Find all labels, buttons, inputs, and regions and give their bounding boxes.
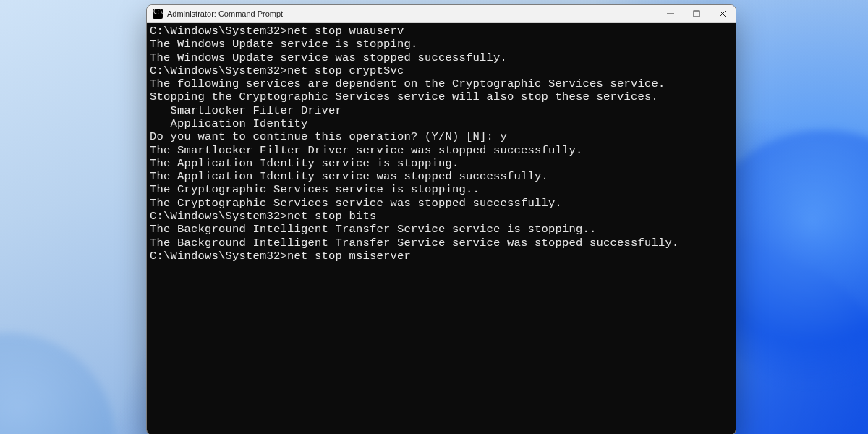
terminal-line: The Windows Update service was stopped s… <box>150 51 733 64</box>
terminal-line: The Background Intelligent Transfer Serv… <box>150 223 733 236</box>
terminal-line: The following services are dependent on … <box>150 77 733 90</box>
terminal-line: The Application Identity service was sto… <box>150 170 733 183</box>
terminal-line: Smartlocker Filter Driver <box>150 104 733 117</box>
terminal-line: C:\Windows\System32>net stop wuauserv <box>150 25 733 38</box>
terminal-line: The Smartlocker Filter Driver service wa… <box>150 144 733 157</box>
terminal-output[interactable]: C:\Windows\System32>net stop wuauservThe… <box>147 23 736 434</box>
terminal-line: The Application Identity service is stop… <box>150 157 733 170</box>
terminal-line: The Windows Update service is stopping. <box>150 38 733 51</box>
desktop-wallpaper: Administrator: Command Prompt C:\Windows… <box>0 0 868 434</box>
terminal-line: C:\Windows\System32>net stop cryptSvc <box>150 64 733 77</box>
terminal-line: The Cryptographic Services service was s… <box>150 197 733 210</box>
terminal-line: C:\Windows\System32>net stop bits <box>150 210 733 223</box>
terminal-line: The Background Intelligent Transfer Serv… <box>150 237 733 250</box>
terminal-line: Application Identity <box>150 117 733 130</box>
terminal-line: Do you want to continue this operation? … <box>150 130 733 143</box>
command-prompt-window: Administrator: Command Prompt C:\Windows… <box>146 4 736 434</box>
terminal-line: C:\Windows\System32>net stop msiserver <box>150 250 733 263</box>
terminal-line: The Cryptographic Services service is st… <box>150 183 733 196</box>
window-title: Administrator: Command Prompt <box>167 9 283 18</box>
close-button[interactable] <box>710 5 736 22</box>
wallpaper-petal <box>0 333 116 434</box>
maximize-button[interactable] <box>684 5 710 22</box>
svg-rect-0 <box>694 11 699 17</box>
minimize-button[interactable] <box>658 5 684 22</box>
terminal-line: Stopping the Cryptographic Services serv… <box>150 90 733 103</box>
cmd-icon <box>153 9 163 19</box>
titlebar[interactable]: Administrator: Command Prompt <box>147 5 736 23</box>
